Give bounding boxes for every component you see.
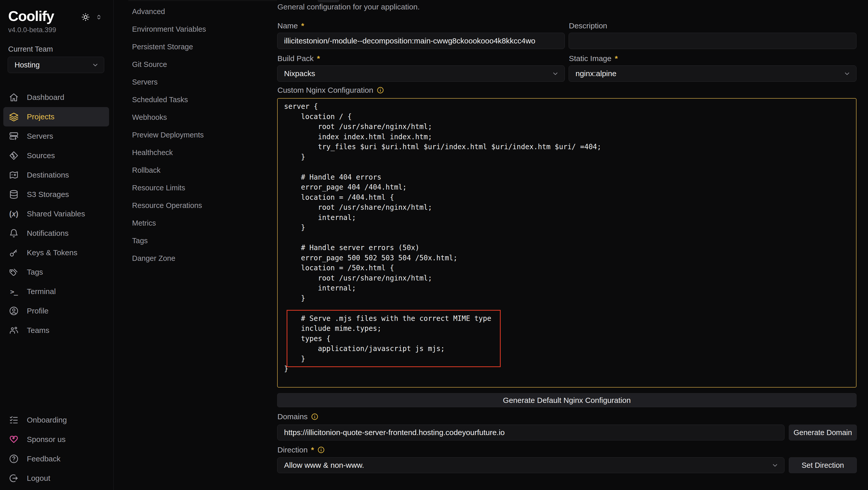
subnav-item-webhooks[interactable]: Webhooks [114,109,277,126]
current-team-label: Current Team [8,45,53,53]
chevrons-up-down-icon[interactable] [96,14,102,21]
info-icon[interactable] [376,86,384,94]
sidebar-item-label: Servers [27,132,53,141]
bell-icon [8,228,19,239]
sidebar-item-shared-variables[interactable]: (x) Shared Variables [3,204,109,223]
required-marker: * [317,54,320,63]
sidebar-item-label: Keys & Tokens [27,248,78,257]
subnav-item-metrics[interactable]: Metrics [114,214,277,232]
sidebar-item-onboarding[interactable]: Onboarding [3,410,109,430]
sidebar-item-label: Terminal [27,287,56,296]
sidebar-item-terminal[interactable]: >_ Terminal [3,282,109,301]
static-image-value: nginx:alpine [576,69,616,78]
chevron-down-icon [843,70,850,77]
required-marker: * [615,54,618,63]
subnav-item-git-source[interactable]: Git Source [114,56,277,73]
build-pack-select[interactable]: Nixpacks [277,65,565,82]
sidebar-item-notifications[interactable]: Notifications [3,223,109,243]
domains-input[interactable]: https://illicitonion-quote-server-fronte… [277,425,784,440]
layers-icon [8,112,19,122]
page-subtitle: General configuration for your applicati… [277,3,420,11]
checklist-icon [8,415,19,425]
terminal-icon: >_ [8,286,19,297]
clipped-tab-stub [317,0,340,2]
subnav-item-tags[interactable]: Tags [114,232,277,250]
info-icon[interactable] [317,446,325,454]
subnav-item-persistent-storage[interactable]: Persistent Storage [114,38,277,56]
sidebar-item-label: S3 Storages [27,190,69,199]
subnav-item-preview-deployments[interactable]: Preview Deployments [114,126,277,144]
app-version: v4.0.0-beta.399 [8,26,56,34]
sidebar-item-sponsor-us[interactable]: Sponsor us [3,430,109,449]
tags-icon [8,267,19,277]
sidebar-item-servers[interactable]: Servers [3,126,109,146]
subnav-item-resource-operations[interactable]: Resource Operations [114,197,277,214]
question-circle-icon [8,454,19,464]
sidebar-item-destinations[interactable]: Destinations [3,165,109,185]
settings-subnav: Advanced Environment Variables Persisten… [114,0,277,490]
sidebar-item-label: Teams [27,326,49,335]
sidebar-footer-nav: Onboarding Sponsor us Feedback [3,410,109,488]
sidebar-item-label: Sources [27,151,55,160]
subnav-item-advanced[interactable]: Advanced [114,3,277,21]
sidebar-item-logout[interactable]: Logout [3,468,109,488]
sidebar-item-label: Projects [27,113,54,121]
chevron-down-icon [92,61,99,68]
chevron-down-icon [771,462,779,469]
sidebar-item-label: Dashboard [27,93,64,102]
chevron-down-icon [552,70,559,77]
variable-icon: (x) [8,209,19,219]
domains-label: Domains [277,412,308,421]
info-icon[interactable] [311,413,318,421]
build-pack-label: Build Pack [277,54,314,63]
mjs-mime-highlight-box [287,310,501,367]
required-marker: * [301,22,304,30]
subnav-item-servers[interactable]: Servers [114,73,277,91]
app-logo: Coolify [8,8,54,24]
sidebar-item-label: Sponsor us [27,435,66,444]
sidebar-item-keys-tokens[interactable]: Keys & Tokens [3,243,109,263]
sidebar-item-label: Shared Variables [27,210,85,218]
name-label: Name [277,22,298,30]
subnav-item-environment-variables[interactable]: Environment Variables [114,21,277,38]
team-select[interactable]: Hosting [8,57,104,73]
sidebar-item-label: Onboarding [27,416,67,424]
generate-domain-button[interactable]: Generate Domain [789,425,857,440]
description-label: Description [569,22,607,30]
generate-default-nginx-button[interactable]: Generate Default Nginx Configuration [277,393,857,407]
static-image-label: Static Image [569,54,612,63]
home-icon [8,92,19,103]
sidebar-item-feedback[interactable]: Feedback [3,449,109,468]
direction-select[interactable]: Allow www & non-www. [277,457,784,473]
build-pack-value: Nixpacks [284,69,315,78]
sidebar-item-label: Notifications [27,229,68,238]
subnav-item-resource-limits[interactable]: Resource Limits [114,179,277,197]
git-diamond-icon [8,150,19,161]
name-input[interactable]: illicitestonion/-module--decomposition:m… [277,33,565,49]
subnav-item-danger-zone[interactable]: Danger Zone [114,250,277,267]
nginx-config-label: Custom Nginx Configuration [277,86,373,94]
sidebar-item-profile[interactable]: Profile [3,301,109,320]
sidebar-item-dashboard[interactable]: Dashboard [3,88,109,107]
logout-icon [8,473,19,484]
theme-sun-icon[interactable] [81,13,90,22]
static-image-select[interactable]: nginx:alpine [569,65,857,82]
sidebar-item-teams[interactable]: Teams [3,320,109,340]
sidebar-item-label: Profile [27,307,49,315]
subnav-item-healthcheck[interactable]: Healthcheck [114,144,277,161]
domains-input-value: https://illicitonion-quote-server-fronte… [284,428,505,437]
sidebar: Coolify v4.0.0-beta.399 Current Team Hos… [0,0,114,490]
set-direction-button[interactable]: Set Direction [789,457,857,473]
general-configuration-panel: General configuration for your applicati… [277,0,868,490]
subnav-item-rollback[interactable]: Rollback [114,161,277,179]
description-input[interactable] [569,33,857,49]
sidebar-item-tags[interactable]: Tags [3,263,109,282]
sidebar-item-projects[interactable]: Projects [3,107,109,126]
team-select-value: Hosting [14,61,40,69]
sidebar-item-sources[interactable]: Sources [3,146,109,165]
nginx-config-editor[interactable]: server { location / { root /usr/share/ng… [277,98,857,388]
user-circle-icon [8,306,19,316]
direction-label: Direction [277,446,308,454]
sidebar-item-s3-storages[interactable]: S3 Storages [3,185,109,204]
subnav-item-scheduled-tasks[interactable]: Scheduled Tasks [114,91,277,109]
